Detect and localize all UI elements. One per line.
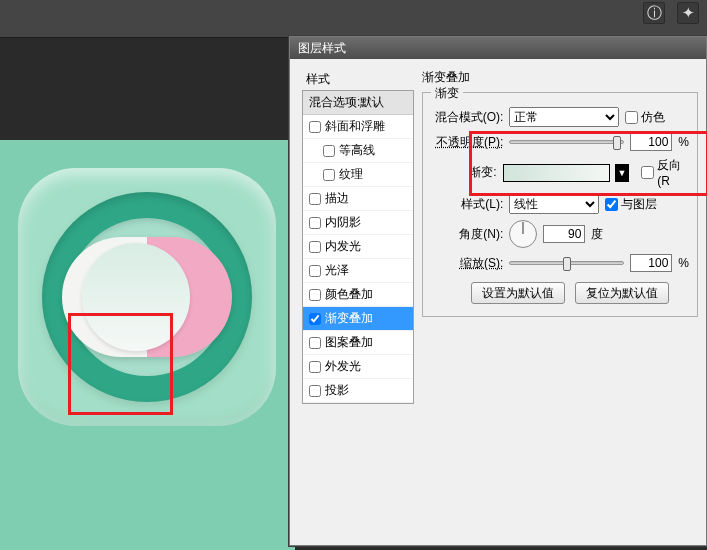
styles-list: 混合选项:默认 斜面和浮雕等高线纹理描边内阴影内发光光泽颜色叠加渐变叠加图案叠加…: [302, 90, 414, 404]
gradient-legend: 渐变: [431, 85, 463, 102]
styles-panel: 样式 混合选项:默认 斜面和浮雕等高线纹理描边内阴影内发光光泽颜色叠加渐变叠加图…: [302, 69, 414, 535]
scale-slider[interactable]: [509, 261, 624, 265]
angle-dial[interactable]: [509, 220, 537, 248]
blend-mode-label: 混合模式(O):: [431, 109, 503, 126]
style-row-label: 光泽: [325, 262, 349, 279]
style-row-checkbox[interactable]: [309, 313, 321, 325]
style-row-5[interactable]: 内发光: [303, 235, 413, 259]
reset-default-button[interactable]: 复位为默认值: [575, 282, 669, 304]
style-row-checkbox[interactable]: [309, 385, 321, 397]
annotation-box-canvas: [68, 313, 173, 415]
style-row-checkbox[interactable]: [309, 289, 321, 301]
style-row-8[interactable]: 渐变叠加: [303, 307, 413, 331]
blend-options-header[interactable]: 混合选项:默认: [303, 91, 413, 115]
style-row-label: 渐变叠加: [325, 310, 373, 327]
annotation-box-dialog: [469, 131, 707, 196]
style-row-label: 内阴影: [325, 214, 361, 231]
style-row-9[interactable]: 图案叠加: [303, 331, 413, 355]
style-row-1[interactable]: 等高线: [303, 139, 413, 163]
scale-label: 缩放(S):: [431, 255, 503, 272]
scale-value[interactable]: 100: [630, 254, 672, 272]
style-row-11[interactable]: 投影: [303, 379, 413, 403]
style-row-label: 等高线: [339, 142, 375, 159]
dialog-title[interactable]: 图层样式: [290, 37, 706, 59]
align-checkbox[interactable]: 与图层: [605, 196, 657, 213]
style-row-checkbox[interactable]: [309, 193, 321, 205]
style-row-checkbox[interactable]: [309, 265, 321, 277]
info-icon[interactable]: ⓘ: [643, 2, 665, 24]
dither-checkbox[interactable]: 仿色: [625, 109, 665, 126]
style-row-checkbox[interactable]: [309, 337, 321, 349]
style-row-label: 外发光: [325, 358, 361, 375]
wand-icon[interactable]: ✦: [677, 2, 699, 24]
style-row-label: 图案叠加: [325, 334, 373, 351]
gradient-fieldset: 渐变 混合模式(O): 正常 仿色 不透明度(P): 100 %: [422, 92, 698, 317]
set-default-button[interactable]: 设置为默认值: [471, 282, 565, 304]
style-row-4[interactable]: 内阴影: [303, 211, 413, 235]
style-select[interactable]: 线性: [509, 194, 599, 214]
style-row-label: 纹理: [339, 166, 363, 183]
blend-mode-select[interactable]: 正常: [509, 107, 619, 127]
style-row-label: 内发光: [325, 238, 361, 255]
style-row-label: 投影: [325, 382, 349, 399]
app-top-toolbar: ⓘ ✦: [0, 0, 707, 38]
app-tool-icons: ⓘ ✦: [643, 2, 699, 24]
style-row-checkbox[interactable]: [309, 361, 321, 373]
style-row-checkbox[interactable]: [323, 169, 335, 181]
style-row-3[interactable]: 描边: [303, 187, 413, 211]
style-row-label: 斜面和浮雕: [325, 118, 385, 135]
style-row-checkbox[interactable]: [323, 145, 335, 157]
angle-value[interactable]: 90: [543, 225, 585, 243]
section-title: 渐变叠加: [422, 69, 698, 86]
layer-style-dialog: 图层样式 样式 混合选项:默认 斜面和浮雕等高线纹理描边内阴影内发光光泽颜色叠加…: [289, 36, 707, 546]
angle-label: 角度(N):: [431, 226, 503, 243]
style-row-checkbox[interactable]: [309, 217, 321, 229]
style-row-checkbox[interactable]: [309, 121, 321, 133]
style-row-label: 描边: [325, 190, 349, 207]
style-label: 样式(L):: [431, 196, 503, 213]
style-row-checkbox[interactable]: [309, 241, 321, 253]
style-row-0[interactable]: 斜面和浮雕: [303, 115, 413, 139]
style-row-2[interactable]: 纹理: [303, 163, 413, 187]
styles-panel-header: 样式: [302, 69, 414, 90]
style-row-7[interactable]: 颜色叠加: [303, 283, 413, 307]
style-row-6[interactable]: 光泽: [303, 259, 413, 283]
style-row-label: 颜色叠加: [325, 286, 373, 303]
style-row-10[interactable]: 外发光: [303, 355, 413, 379]
